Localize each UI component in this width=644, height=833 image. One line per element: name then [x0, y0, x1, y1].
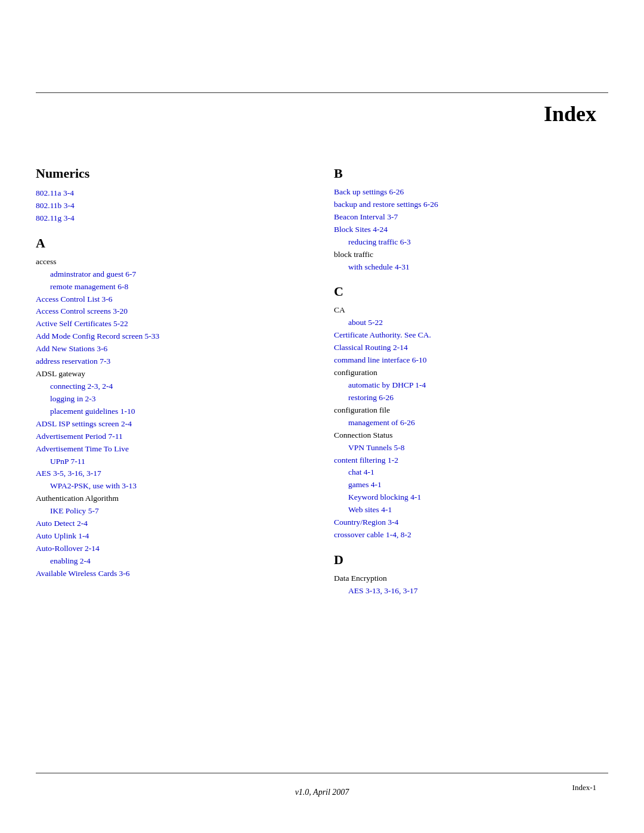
index-entry[interactable]: Web sites 4-1 [334, 504, 608, 516]
index-entry[interactable]: command line interface 6-10 [334, 354, 608, 367]
index-entry[interactable]: Certificate Authority. See CA. [334, 329, 608, 342]
index-entry[interactable]: 802.11g 3-4 [36, 212, 310, 225]
index-entry[interactable]: with schedule 4-31 [334, 261, 608, 274]
index-entry[interactable]: Keyword blocking 4-1 [334, 491, 608, 504]
index-entry[interactable]: AES 3-13, 3-16, 3-17 [334, 585, 608, 597]
index-entry: access [36, 256, 310, 268]
index-entry: Authentication Algorithm [36, 493, 310, 505]
footer-page: Index-1 [572, 783, 596, 792]
index-entry[interactable]: Auto Detect 2-4 [36, 518, 310, 530]
index-entry: configuration [334, 367, 608, 379]
index-entry[interactable]: UPnP 7-11 [36, 456, 310, 468]
index-entry[interactable]: automatic by DHCP 1-4 [334, 379, 608, 392]
index-entry[interactable]: IKE Policy 5-7 [36, 505, 310, 518]
index-entry[interactable]: adminstrator and guest 6-7 [36, 268, 310, 281]
index-entry[interactable]: Add New Stations 3-6 [36, 343, 310, 355]
index-entry: ADSL gateway [36, 368, 310, 380]
index-entry[interactable]: enabling 2-4 [36, 555, 310, 568]
left-column: Numerics802.11a 3-4802.11b 3-4802.11g 3-… [36, 155, 310, 767]
section-heading-numerics: Numerics [36, 166, 310, 181]
index-entry[interactable]: about 5-22 [334, 317, 608, 329]
index-entry[interactable]: 802.11b 3-4 [36, 200, 310, 212]
section-letter-b: B [334, 166, 608, 181]
index-entry[interactable]: Advertisement Time To Live [36, 443, 310, 456]
index-entry: Connection Status [334, 429, 608, 442]
index-entry: Data Encryption [334, 572, 608, 585]
index-entry[interactable]: Access Control screens 3-20 [36, 305, 310, 318]
page: Index Numerics802.11a 3-4802.11b 3-4802.… [0, 0, 644, 833]
index-entry: CA [334, 304, 608, 317]
index-entry[interactable]: address reservation 7-3 [36, 355, 310, 368]
index-entry[interactable]: remote management 6-8 [36, 281, 310, 293]
index-entry[interactable]: content filtering 1-2 [334, 454, 608, 467]
page-title: Index [544, 101, 596, 126]
index-entry[interactable]: backup and restore settings 6-26 [334, 199, 608, 211]
index-entry[interactable]: Back up settings 6-26 [334, 186, 608, 199]
index-entry[interactable]: reducing traffic 6-3 [334, 236, 608, 249]
bottom-rule [36, 773, 608, 773]
index-entry: block traffic [334, 249, 608, 261]
index-entry[interactable]: restoring 6-26 [334, 392, 608, 404]
index-entry[interactable]: Classical Routing 2-14 [334, 342, 608, 354]
index-entry[interactable]: AES 3-5, 3-16, 3-17 [36, 467, 310, 480]
index-entry[interactable]: Country/Region 3-4 [334, 516, 608, 529]
section-letter-a: A [36, 236, 310, 251]
index-entry[interactable]: Active Self Certificates 5-22 [36, 318, 310, 330]
index-entry[interactable]: WPA2-PSK, use with 3-13 [36, 480, 310, 493]
index-entry[interactable]: VPN Tunnels 5-8 [334, 442, 608, 454]
index-entry[interactable]: management of 6-26 [334, 417, 608, 429]
content-area: Numerics802.11a 3-4802.11b 3-4802.11g 3-… [36, 155, 608, 767]
index-entry[interactable]: chat 4-1 [334, 466, 608, 479]
index-entry[interactable]: Access Control List 3-6 [36, 293, 310, 306]
index-entry: configuration file [334, 404, 608, 417]
footer-version: v1.0, April 2007 [0, 788, 644, 797]
index-entry[interactable]: connecting 2-3, 2-4 [36, 380, 310, 393]
index-entry[interactable]: placement guidelines 1-10 [36, 405, 310, 418]
section-letter-d: D [334, 552, 608, 568]
index-entry[interactable]: Block Sites 4-24 [334, 224, 608, 236]
index-entry[interactable]: Available Wireless Cards 3-6 [36, 568, 310, 580]
section-letter-c: C [334, 284, 608, 299]
index-entry[interactable]: crossover cable 1-4, 8-2 [334, 529, 608, 541]
index-entry[interactable]: logging in 2-3 [36, 393, 310, 405]
top-rule [36, 92, 608, 93]
index-entry[interactable]: 802.11a 3-4 [36, 187, 310, 200]
index-entry[interactable]: Auto Uplink 1-4 [36, 530, 310, 543]
index-entry[interactable]: Auto-Rollover 2-14 [36, 543, 310, 555]
index-entry[interactable]: ADSL ISP settings screen 2-4 [36, 418, 310, 431]
index-entry[interactable]: Advertisement Period 7-11 [36, 431, 310, 443]
index-entry[interactable]: games 4-1 [334, 479, 608, 491]
right-column: BBack up settings 6-26backup and restore… [334, 155, 608, 767]
index-entry[interactable]: Add Mode Config Record screen 5-33 [36, 330, 310, 343]
index-entry[interactable]: Beacon Interval 3-7 [334, 211, 608, 224]
